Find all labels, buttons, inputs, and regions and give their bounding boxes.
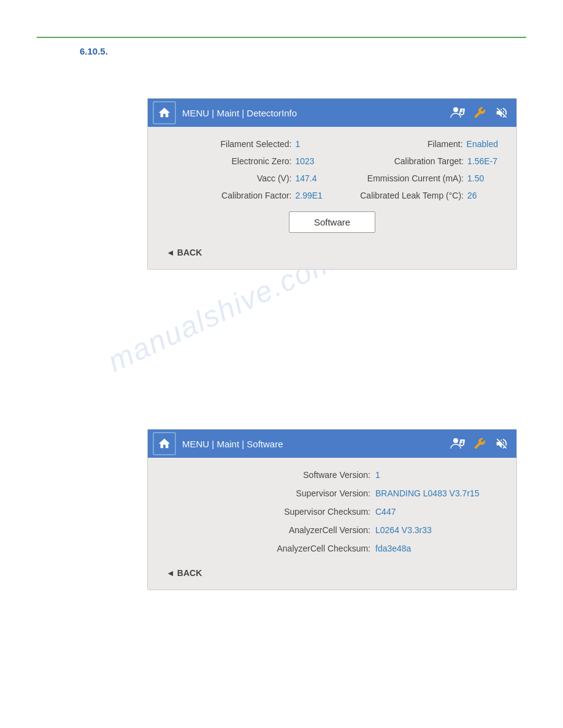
header-icons-2: 4 U	[448, 434, 511, 453]
filament-value: Enabled	[467, 139, 498, 149]
home-button[interactable]	[153, 101, 176, 124]
analyzercell-checksum-label: AnalyzerCell Checksum:	[277, 544, 371, 553]
software-version-value: 1	[375, 470, 498, 480]
software-version-label: Software Version:	[303, 470, 370, 480]
panel2-back-row: ◄ BACK	[166, 564, 498, 580]
panel2-header: MENU | Maint | Software 4 U	[148, 430, 516, 458]
electronic-zero-label: Electronic Zero:	[231, 156, 291, 166]
filament-selected-label: Filament Selected:	[221, 139, 292, 149]
svg-text:4: 4	[462, 109, 464, 113]
speaker-mute-icon[interactable]	[492, 103, 511, 123]
panel1-body: Filament Selected: 1 Filament: Enabled E…	[148, 127, 516, 269]
panel2-title: MENU | Maint | Software	[180, 439, 444, 449]
emission-current-row: Emmission Current (mA): 1.50	[339, 173, 499, 183]
calibration-target-label: Calibration Target:	[394, 156, 464, 166]
speaker-mute-icon-2[interactable]	[492, 434, 511, 453]
filament-label: Filament:	[427, 139, 463, 149]
panel1-back-button[interactable]: BACK	[177, 248, 202, 257]
supervisor-checksum-row: Supervisor Checksum: C447	[166, 507, 498, 517]
supervisor-checksum-value: C447	[375, 507, 498, 517]
panel1-header: MENU | Maint | DetectorInfo 4 U	[148, 99, 516, 127]
back-arrow-icon-2: ◄	[166, 568, 175, 578]
panel1-back-row: ◄ BACK	[166, 244, 498, 260]
vacc-label: Vacc (V):	[257, 173, 292, 183]
electronic-zero-value: 1023	[296, 156, 326, 166]
filament-row: Filament: Enabled	[339, 139, 499, 149]
vacc-value: 147.4	[296, 173, 326, 183]
svg-text:4: 4	[462, 440, 464, 444]
supervisor-checksum-label: Supervisor Checksum:	[284, 507, 370, 517]
calibrated-leak-temp-value: 26	[467, 191, 498, 200]
wrench-icon-2[interactable]	[470, 434, 489, 453]
calibration-target-row: Calibration Target: 1.56E-7	[339, 156, 499, 166]
emission-current-value: 1.50	[467, 173, 498, 183]
filament-selected-row: Filament Selected: 1	[166, 139, 326, 149]
person-settings-icon[interactable]: 4 U	[448, 103, 467, 123]
calibration-factor-value: 2.99E1	[296, 191, 326, 200]
vacc-row: Vacc (V): 147.4	[166, 173, 326, 183]
calibration-target-value: 1.56E-7	[467, 156, 498, 166]
software-button-container: Software	[166, 211, 498, 233]
back-arrow-icon: ◄	[166, 248, 175, 257]
top-rule	[37, 37, 526, 38]
filament-selected-value: 1	[296, 139, 326, 149]
svg-text:U: U	[464, 110, 466, 113]
panel2-body: Software Version: 1 Supervisor Version: …	[148, 458, 516, 590]
electronic-zero-row: Electronic Zero: 1023	[166, 156, 326, 166]
analyzercell-version-row: AnalyzerCell Version: L0264 V3.3r33	[166, 525, 498, 535]
calibrated-leak-temp-row: Calibrated Leak Temp (°C): 26	[339, 191, 499, 200]
supervisor-version-row: Supervisor Version: BRANDING L0483 V3.7r…	[166, 488, 498, 498]
calibration-factor-row: Calibration Factor: 2.99E1	[166, 191, 326, 200]
calibrated-leak-temp-label: Calibrated Leak Temp (°C):	[360, 191, 464, 200]
header-icons: 4 U	[448, 103, 511, 123]
svg-point-0	[453, 107, 458, 112]
analyzercell-checksum-row: AnalyzerCell Checksum: fda3e48a	[166, 544, 498, 553]
analyzercell-version-value: L0264 V3.3r33	[375, 525, 498, 535]
emission-current-label: Emmission Current (mA):	[367, 173, 464, 183]
detector-info-panel: MENU | Maint | DetectorInfo 4 U	[147, 98, 517, 270]
analyzercell-version-label: AnalyzerCell Version:	[289, 525, 370, 535]
panel2-back-button[interactable]: BACK	[177, 568, 202, 578]
supervisor-version-value: BRANDING L0483 V3.7r15	[375, 488, 498, 498]
wrench-icon[interactable]	[470, 103, 489, 123]
supervisor-version-label: Supervisor Version:	[296, 488, 370, 498]
person-settings-icon-2[interactable]: 4 U	[448, 434, 467, 453]
software-button[interactable]: Software	[289, 211, 375, 233]
software-panel: MENU | Maint | Software 4 U	[147, 429, 517, 590]
svg-text:U: U	[464, 441, 466, 444]
calibration-factor-label: Calibration Factor:	[221, 191, 291, 200]
software-info-grid: Software Version: 1 Supervisor Version: …	[166, 470, 498, 553]
home-button-2[interactable]	[153, 432, 176, 455]
panel1-title: MENU | Maint | DetectorInfo	[180, 108, 444, 118]
section-number: 6.10.5.	[80, 46, 108, 56]
software-version-row: Software Version: 1	[166, 470, 498, 480]
analyzercell-checksum-value: fda3e48a	[375, 544, 498, 553]
svg-point-5	[453, 438, 458, 443]
detector-info-grid: Filament Selected: 1 Filament: Enabled E…	[166, 139, 498, 200]
